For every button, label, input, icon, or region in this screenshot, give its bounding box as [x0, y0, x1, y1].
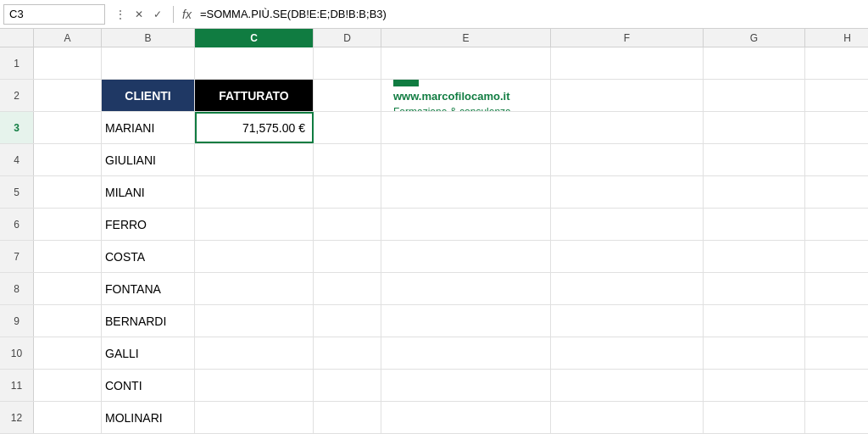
cell-a7[interactable] [34, 241, 102, 272]
cell-g12[interactable] [704, 402, 805, 433]
cell-a9[interactable] [34, 305, 102, 337]
cell-a2[interactable] [34, 80, 102, 111]
cell-a5[interactable] [34, 176, 102, 208]
cell-a12[interactable] [34, 402, 102, 433]
cell-d12[interactable] [314, 402, 381, 433]
cell-b6[interactable]: FERRO [102, 209, 195, 240]
cell-h7[interactable] [805, 241, 868, 272]
cell-h10[interactable] [805, 337, 868, 369]
cell-g4[interactable] [704, 144, 805, 175]
cell-e5[interactable] [381, 176, 551, 208]
cell-c7[interactable] [195, 241, 314, 272]
cell-d5[interactable] [314, 176, 381, 208]
cell-h9[interactable] [805, 305, 868, 337]
cell-g6[interactable] [704, 209, 805, 240]
cell-b2-header[interactable]: CLIENTI [102, 80, 195, 111]
logo-website[interactable]: www.marcofilocamo.it [393, 90, 538, 103]
cell-c2-header[interactable]: FATTURATO [195, 80, 314, 111]
cell-e4[interactable] [381, 144, 551, 175]
cell-e6[interactable] [381, 209, 551, 240]
cell-b7[interactable]: COSTA [102, 241, 195, 272]
cell-c5[interactable] [195, 176, 314, 208]
cell-g2[interactable] [704, 80, 805, 111]
cell-f12[interactable] [551, 402, 704, 433]
cell-h3[interactable] [805, 112, 868, 143]
cell-h6[interactable] [805, 209, 868, 240]
more-options-icon[interactable]: ⋮ [112, 6, 129, 23]
col-header-f[interactable]: F [551, 29, 704, 47]
cell-d10[interactable] [314, 337, 381, 369]
cell-d6[interactable] [314, 209, 381, 240]
cell-d2[interactable] [314, 80, 381, 111]
confirm-icon[interactable]: ✓ [149, 6, 166, 23]
cell-h11[interactable] [805, 370, 868, 401]
cell-f8[interactable] [551, 273, 704, 304]
cell-c11[interactable] [195, 370, 314, 401]
col-header-c[interactable]: C [195, 29, 314, 47]
cell-e7[interactable] [381, 241, 551, 272]
cell-g11[interactable] [704, 370, 805, 401]
cell-d11[interactable] [314, 370, 381, 401]
col-header-g[interactable]: G [704, 29, 805, 47]
cell-f2[interactable] [551, 80, 704, 111]
cell-f4[interactable] [551, 144, 704, 175]
cell-f3[interactable] [551, 112, 704, 143]
cell-h4[interactable] [805, 144, 868, 175]
cell-b3[interactable]: MARIANI [102, 112, 195, 143]
cell-a10[interactable] [34, 337, 102, 369]
cell-c8[interactable] [195, 273, 314, 304]
cell-e10[interactable] [381, 337, 551, 369]
cell-b9[interactable]: BERNARDI [102, 305, 195, 337]
cell-c1[interactable] [195, 47, 314, 79]
col-header-b[interactable]: B [102, 29, 195, 47]
cell-f11[interactable] [551, 370, 704, 401]
cell-b11[interactable]: CONTI [102, 370, 195, 401]
cell-g8[interactable] [704, 273, 805, 304]
cell-b12[interactable]: MOLINARI [102, 402, 195, 433]
cell-d1[interactable] [314, 47, 381, 79]
cell-a3[interactable] [34, 112, 102, 143]
cell-a6[interactable] [34, 209, 102, 240]
cell-b1[interactable] [102, 47, 195, 79]
cell-e11[interactable] [381, 370, 551, 401]
formula-input[interactable] [200, 4, 865, 25]
cell-f1[interactable] [551, 47, 704, 79]
cell-g9[interactable] [704, 305, 805, 337]
cell-f5[interactable] [551, 176, 704, 208]
cell-e12[interactable] [381, 402, 551, 433]
cell-g7[interactable] [704, 241, 805, 272]
cell-c4[interactable] [195, 144, 314, 175]
cell-a8[interactable] [34, 273, 102, 304]
cell-h2[interactable] [805, 80, 868, 111]
cell-d8[interactable] [314, 273, 381, 304]
cell-b10[interactable]: GALLI [102, 337, 195, 369]
cell-d3[interactable] [314, 112, 381, 143]
cell-h5[interactable] [805, 176, 868, 208]
cell-e1[interactable] [381, 47, 551, 79]
cell-f10[interactable] [551, 337, 704, 369]
cell-reference-box[interactable]: C3 [3, 4, 105, 25]
cancel-icon[interactable]: ✕ [131, 6, 147, 23]
cell-b5[interactable]: MILANI [102, 176, 195, 208]
cell-e3[interactable] [381, 112, 551, 143]
cell-c12[interactable] [195, 402, 314, 433]
cell-h12[interactable] [805, 402, 868, 433]
cell-g10[interactable] [704, 337, 805, 369]
cell-f7[interactable] [551, 241, 704, 272]
cell-f6[interactable] [551, 209, 704, 240]
cell-a11[interactable] [34, 370, 102, 401]
cell-h8[interactable] [805, 273, 868, 304]
col-header-a[interactable]: A [34, 29, 102, 47]
cell-c6[interactable] [195, 209, 314, 240]
col-header-h[interactable]: H [805, 29, 868, 47]
cell-a1[interactable] [34, 47, 102, 79]
cell-b4[interactable]: GIULIANI [102, 144, 195, 175]
cell-h1[interactable] [805, 47, 868, 79]
cell-c3-active[interactable]: 71,575.00 € [195, 112, 314, 143]
cell-a4[interactable] [34, 144, 102, 175]
cell-c9[interactable] [195, 305, 314, 337]
col-header-e[interactable]: E [381, 29, 551, 47]
cell-c10[interactable] [195, 337, 314, 369]
cell-g1[interactable] [704, 47, 805, 79]
cell-b8[interactable]: FONTANA [102, 273, 195, 304]
